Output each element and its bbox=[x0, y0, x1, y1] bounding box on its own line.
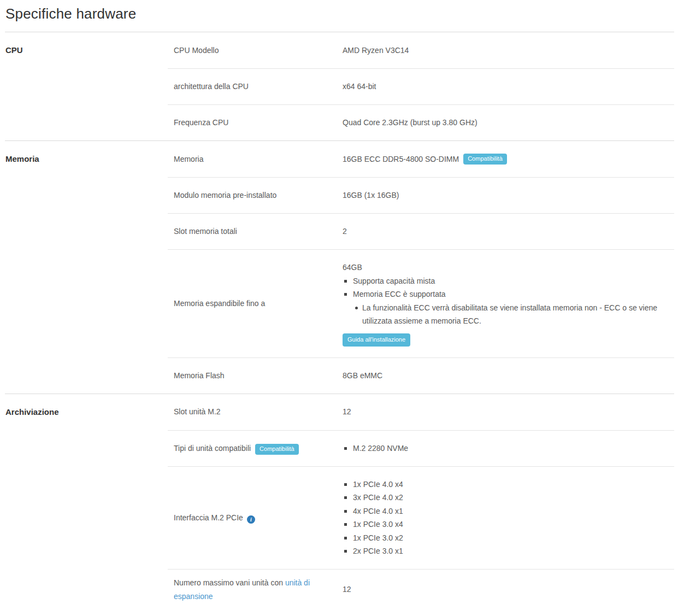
spec-value-text: Quad Core 2.3GHz (burst up 3.80 GHz) bbox=[343, 116, 477, 130]
spec-label-text: Memoria bbox=[174, 155, 203, 163]
spec-label: CPU Modello bbox=[168, 37, 343, 64]
square-bullet-icon bbox=[344, 510, 347, 513]
spec-label-text: Slot memoria totali bbox=[174, 227, 237, 236]
spec-value: 8GB eMMC bbox=[343, 362, 674, 389]
spec-label-text: Tipi di unità compatibili bbox=[174, 444, 251, 453]
list-item: Supporta capacità mista bbox=[343, 274, 669, 288]
spec-section: ArchiviazioneSlot unità M.212Tipi di uni… bbox=[5, 394, 674, 610]
spec-label-text: Modulo memoria pre-installato bbox=[174, 191, 276, 200]
spec-label-text: Memoria Flash bbox=[174, 371, 225, 380]
dot-bullet-icon bbox=[355, 307, 358, 309]
spec-table: CPUCPU ModelloAMD Ryzen V3C14architettur… bbox=[5, 32, 674, 610]
section-category-label: Archiviazione bbox=[5, 394, 168, 610]
spec-value-list: Supporta capacità mistaMemoria ECC è sup… bbox=[343, 274, 669, 328]
spec-value-text: 12 bbox=[343, 583, 351, 596]
spec-value: 1x PCIe 4.0 x43x PCIe 4.0 x24x PCIe 4.0 … bbox=[343, 467, 674, 569]
spec-value: Quad Core 2.3GHz (burst up 3.80 GHz) bbox=[343, 109, 674, 136]
list-item-text: 1x PCIe 3.0 x4 bbox=[353, 520, 403, 529]
spec-value-text: 8GB eMMC bbox=[343, 369, 382, 383]
spec-label: Slot memoria totali bbox=[168, 218, 343, 245]
spec-value-text: 64GB bbox=[343, 261, 362, 274]
spec-label: Memoria Flash bbox=[168, 362, 343, 389]
spec-row: Tipi di unità compatibiliCompatibilitàM.… bbox=[168, 430, 674, 466]
spec-label-text: architettura della CPU bbox=[174, 82, 249, 91]
compatibility-badge[interactable]: Compatibilità bbox=[255, 444, 299, 455]
square-bullet-icon bbox=[344, 496, 347, 499]
square-bullet-icon bbox=[344, 550, 347, 553]
spec-value: 64GBSupporta capacità mistaMemoria ECC è… bbox=[343, 250, 674, 357]
list-item-text: 2x PCIe 3.0 x1 bbox=[353, 547, 403, 555]
square-bullet-icon bbox=[344, 447, 347, 450]
square-bullet-icon bbox=[344, 483, 347, 486]
spec-value-line: 12 bbox=[343, 583, 669, 596]
spec-section: CPUCPU ModelloAMD Ryzen V3C14architettur… bbox=[5, 32, 674, 140]
spec-row: Memoria Flash8GB eMMC bbox=[168, 357, 674, 394]
spec-row: Numero massimo vani unità con unità di e… bbox=[168, 569, 674, 610]
spec-value-line: 16GB ECC DDR5-4800 SO-DIMMCompatibilità bbox=[343, 152, 669, 166]
compatibility-badge[interactable]: Compatibilità bbox=[463, 154, 507, 165]
spec-value-line: x64 64-bit bbox=[343, 80, 669, 93]
spec-row: Memoria espandibile fino a64GBSupporta c… bbox=[168, 249, 674, 357]
spec-label: Frequenza CPU bbox=[168, 109, 343, 136]
spec-label: Interfaccia M.2 PCIei bbox=[168, 504, 343, 531]
spec-value-line: AMD Ryzen V3C14 bbox=[343, 44, 669, 57]
square-bullet-icon bbox=[344, 280, 347, 283]
spec-label-text: Interfaccia M.2 PCIe bbox=[174, 513, 243, 522]
spec-value-text: 16GB (1x 16GB) bbox=[343, 189, 399, 202]
spec-value: 16GB (1x 16GB) bbox=[343, 182, 674, 209]
spec-value-line: 12 bbox=[343, 405, 669, 419]
list-item-text: Memoria ECC è supportata bbox=[353, 290, 446, 298]
spec-section: MemoriaMemoria16GB ECC DDR5-4800 SO-DIMM… bbox=[5, 140, 674, 394]
spec-row: Slot memoria totali2 bbox=[168, 213, 674, 249]
spec-value-line: 2 bbox=[343, 225, 669, 238]
section-rows: CPU ModelloAMD Ryzen V3C14architettura d… bbox=[168, 32, 674, 140]
list-item: 1x PCIe 3.0 x4 bbox=[343, 518, 669, 531]
spec-value: 12 bbox=[343, 576, 674, 603]
list-item: La funzionalità ECC verrà disabilitata s… bbox=[343, 301, 669, 328]
list-item-text: M.2 2280 NVMe bbox=[353, 444, 408, 453]
spec-label-text: CPU Modello bbox=[174, 46, 219, 55]
spec-label-text: Memoria espandibile fino a bbox=[174, 299, 265, 308]
spec-label-text: Frequenza CPU bbox=[174, 118, 228, 127]
spec-label-text: Numero massimo vani unità con bbox=[174, 578, 285, 587]
square-bullet-icon bbox=[344, 293, 347, 296]
spec-value-line: 16GB (1x 16GB) bbox=[343, 189, 669, 202]
spec-value-text: 12 bbox=[343, 405, 351, 419]
spec-label: Modulo memoria pre-installato bbox=[168, 182, 343, 209]
spec-label-text: Slot unità M.2 bbox=[174, 407, 221, 416]
section-rows: Slot unità M.212Tipi di unità compatibil… bbox=[168, 394, 674, 610]
spec-value: 16GB ECC DDR5-4800 SO-DIMMCompatibilità bbox=[343, 146, 674, 173]
spec-row: Memoria16GB ECC DDR5-4800 SO-DIMMCompati… bbox=[168, 141, 674, 177]
spec-label: Tipi di unità compatibiliCompatibilità bbox=[168, 435, 343, 462]
info-icon[interactable]: i bbox=[247, 515, 255, 524]
section-rows: Memoria16GB ECC DDR5-4800 SO-DIMMCompati… bbox=[168, 141, 674, 394]
spec-value-line: 8GB eMMC bbox=[343, 369, 669, 383]
spec-value-text: 2 bbox=[343, 225, 347, 238]
square-bullet-icon bbox=[344, 523, 347, 526]
spec-value: 2 bbox=[343, 218, 674, 245]
spec-value: x64 64-bit bbox=[343, 73, 674, 100]
list-item-text: 4x PCIe 4.0 x1 bbox=[353, 507, 403, 515]
section-category-label: Memoria bbox=[5, 141, 168, 394]
list-item-text: 1x PCIe 3.0 x2 bbox=[353, 533, 403, 542]
spec-value-line: Quad Core 2.3GHz (burst up 3.80 GHz) bbox=[343, 116, 669, 130]
spec-label: Memoria bbox=[168, 146, 343, 173]
spec-label: Slot unità M.2 bbox=[168, 398, 343, 425]
spec-row: Slot unità M.212 bbox=[168, 394, 674, 430]
list-item: 2x PCIe 3.0 x1 bbox=[343, 544, 669, 558]
spec-value-text: AMD Ryzen V3C14 bbox=[343, 44, 409, 57]
list-item-text: 3x PCIe 4.0 x2 bbox=[353, 493, 403, 502]
list-item: 3x PCIe 4.0 x2 bbox=[343, 491, 669, 504]
spec-value-list: 1x PCIe 4.0 x43x PCIe 4.0 x24x PCIe 4.0 … bbox=[343, 478, 669, 558]
spec-page: Specifiche hardware CPUCPU ModelloAMD Ry… bbox=[0, 0, 684, 616]
list-item-text: 1x PCIe 4.0 x4 bbox=[353, 480, 403, 489]
spec-row: Interfaccia M.2 PCIei1x PCIe 4.0 x43x PC… bbox=[168, 466, 674, 569]
install-guide-button[interactable]: Guida all'installazione bbox=[343, 333, 410, 347]
spec-row: Frequenza CPUQuad Core 2.3GHz (burst up … bbox=[168, 104, 674, 140]
spec-value-list: M.2 2280 NVMe bbox=[343, 442, 669, 455]
square-bullet-icon bbox=[344, 537, 347, 539]
list-item: 1x PCIe 4.0 x4 bbox=[343, 478, 669, 491]
list-item: Memoria ECC è supportata bbox=[343, 288, 669, 301]
spec-row: Modulo memoria pre-installato16GB (1x 16… bbox=[168, 177, 674, 213]
spec-value: AMD Ryzen V3C14 bbox=[343, 37, 674, 64]
